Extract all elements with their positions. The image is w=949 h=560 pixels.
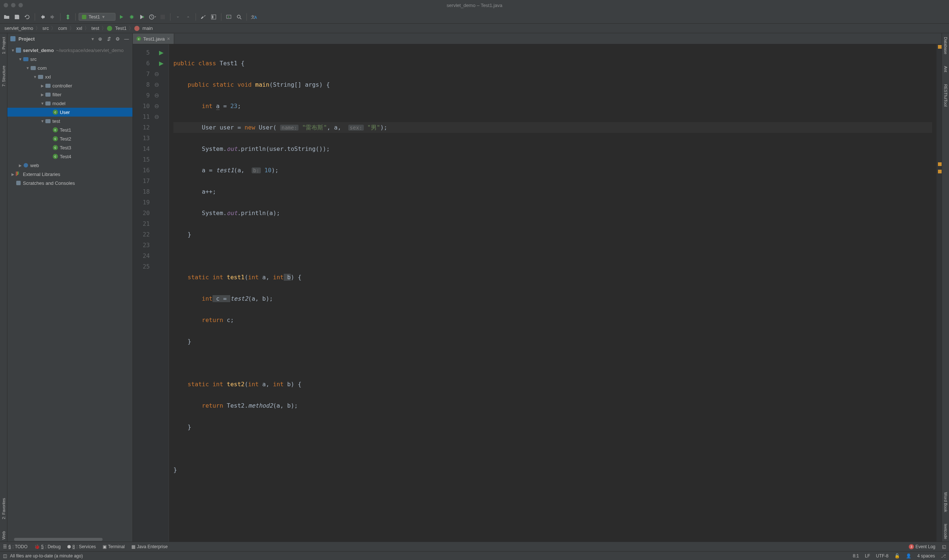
restful-tool-tab[interactable]: RESTfulTool [943,82,948,109]
tree-test1[interactable]: cTest1 [8,125,132,134]
vcs-commit-icon[interactable] [184,12,192,22]
structure-tool-tab[interactable]: 7: Structure [2,63,6,89]
close-tab-icon[interactable]: × [167,36,170,42]
tree-test3[interactable]: cTest3 [8,143,132,152]
svg-rect-2 [211,15,216,19]
run-config-selector[interactable]: Test1 ▾ [78,13,115,21]
tree-root[interactable]: ▼ servlet_demo ~/workspace/idea/servlet_… [8,46,132,55]
project-title[interactable]: Project [18,36,89,42]
crumb-5[interactable]: Test1 [114,25,128,31]
project-tree[interactable]: ▼ servlet_demo ~/workspace/idea/servlet_… [8,44,132,537]
select-opened-file-icon[interactable]: ⊕ [97,36,103,42]
crumb-6[interactable]: main [141,25,154,31]
tree-controller[interactable]: ▶controller [8,81,132,90]
project-panel-header: Project ▾ ⊕ ⇵ ⚙ — [8,33,132,44]
run-icon[interactable] [117,12,126,22]
tree-test[interactable]: ▼test [8,117,132,125]
tree-root-label: servlet_demo [23,48,54,53]
zoom-window[interactable] [18,3,23,8]
titlebar: servlet_demo – Test1.java [0,0,949,10]
database-tool-tab[interactable]: Database [943,35,948,57]
vcs-update-icon[interactable] [174,12,182,22]
tree-web[interactable]: ▶web [8,161,132,170]
run-config-label: Test1 [89,14,100,20]
tree-com[interactable]: ▼com [8,63,132,72]
search-icon[interactable] [235,12,243,22]
tree-test2[interactable]: cTest2 [8,134,132,143]
save-icon[interactable] [12,12,22,22]
close-window[interactable] [4,3,8,8]
inspection-icon[interactable]: 👤 [906,553,911,558]
minimize-panel-icon[interactable]: — [124,36,129,42]
back-icon[interactable] [38,12,47,22]
line-separator[interactable]: LF [865,553,870,558]
coverage-icon[interactable] [138,12,146,22]
open-icon[interactable] [2,12,11,22]
debug-tool-tab[interactable]: 🐞 5: Debug [34,544,61,549]
expand-all-icon[interactable]: ⇵ [106,36,112,42]
indent-info[interactable]: 4 spaces [917,553,935,558]
todo-tool-tab[interactable]: ☰ 66: TODO: TODO [3,544,28,549]
crumb-0[interactable]: servlet_demo [3,25,35,31]
project-hscrollbar[interactable] [8,537,132,542]
leetcode-tool-tab[interactable]: leetcode [943,522,948,542]
crumb-4[interactable]: test [90,25,101,31]
crumb-1[interactable]: src [41,25,50,31]
translate-icon[interactable]: 文A [250,12,258,22]
project-panel: Project ▾ ⊕ ⇵ ⚙ — ▼ servlet_demo ~/works… [8,33,133,542]
crumb-2[interactable]: com [57,25,69,31]
minimize-window[interactable] [11,3,15,8]
run-class-icon[interactable]: ▶ [154,47,169,58]
javaee-tool-tab[interactable]: ▦ Java Enterprise [131,544,168,549]
crumb-3[interactable]: xxl [75,25,84,31]
editor-error-stripe[interactable] [937,44,941,542]
emulator-icon[interactable] [225,12,233,22]
svg-point-0 [130,15,133,18]
main-toolbar: Test1 ▾ ▾ 文A [0,10,949,24]
tree-scratches[interactable]: Scratches and Consoles [8,178,132,188]
tree-user[interactable]: cUser [8,108,132,117]
terminal-tool-tab[interactable]: ▣ Terminal [103,544,125,549]
wordbook-tool-tab[interactable]: Word Book [943,490,948,514]
file-encoding[interactable]: UTF-8 [876,553,889,558]
window-controls [4,3,23,8]
gear-icon[interactable]: ⚙ [115,36,121,42]
structure-popup-icon[interactable] [209,12,218,22]
cursor-position[interactable]: 8:1 [853,553,859,558]
editor-tab-bar: c Test1.java × [133,33,941,44]
code-editor[interactable]: public class Test1 { public static void … [169,44,937,542]
status-message: All files are up-to-date (a minute ago) [10,553,83,558]
build-icon[interactable] [63,12,72,22]
forward-icon[interactable] [48,12,57,22]
file-tab-test1[interactable]: c Test1.java × [133,34,174,44]
tree-model[interactable]: ▼model [8,99,132,108]
window-title: servlet_demo – Test1.java [447,3,503,8]
warning-marker[interactable] [938,162,941,166]
svg-text:A: A [254,15,257,20]
readonly-toggle-icon[interactable]: 🔓 [894,553,900,558]
refresh-icon[interactable] [23,12,32,22]
tool-windows-icon[interactable]: ◫ [3,553,7,558]
tree-xxl[interactable]: ▼xxl [8,72,132,81]
tree-filter[interactable]: ▶filter [8,90,132,99]
run-main-icon[interactable]: ▶ [154,58,169,69]
settings-icon[interactable] [199,12,208,22]
stop-icon[interactable] [158,12,167,22]
tree-src[interactable]: ▼src [8,55,132,63]
web-tool-tab[interactable]: Web [2,529,6,542]
tree-test4[interactable]: cTest4 [8,152,132,161]
ant-tool-tab[interactable]: Ant [943,64,948,74]
git-branch-icon[interactable]: ⎇ [941,553,946,558]
warning-marker[interactable] [938,170,941,173]
restore-layout-icon[interactable]: ◱ [942,544,946,549]
services-tool-tab[interactable]: ⬢ 8: Services [67,544,95,549]
profile-icon[interactable]: ▾ [148,12,157,22]
warning-marker[interactable] [938,45,941,49]
project-tool-tab[interactable]: 1: Project [2,35,6,56]
tree-external-libs[interactable]: ▶External Libraries [8,170,132,178]
svg-rect-3 [212,15,213,18]
status-bar: ◫ All files are up-to-date (a minute ago… [0,551,949,560]
favorites-tool-tab[interactable]: 2: Favorites [2,496,6,521]
event-log-tab[interactable]: 3 Event Log [909,544,935,549]
debug-icon[interactable] [127,12,136,22]
